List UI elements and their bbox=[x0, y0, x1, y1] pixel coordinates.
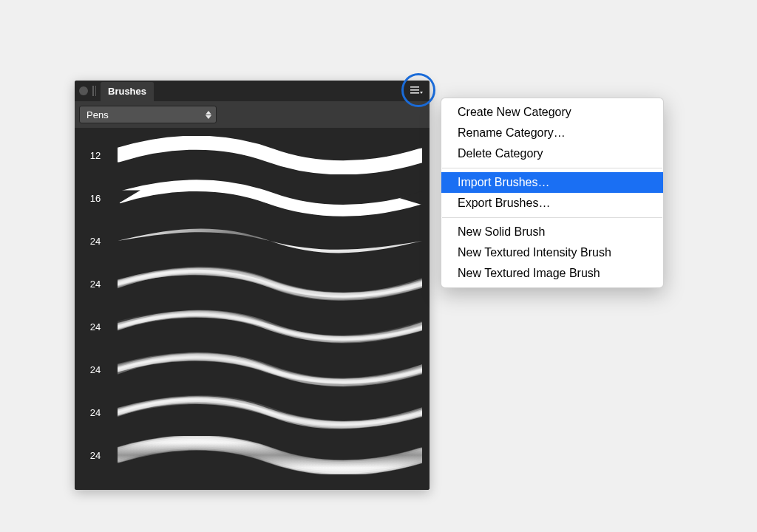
brush-size-label: 12 bbox=[82, 150, 109, 161]
brush-preview bbox=[118, 134, 422, 177]
brush-size-label: 24 bbox=[82, 321, 109, 332]
svg-rect-2 bbox=[410, 92, 419, 94]
menu-item[interactable]: Import Brushes… bbox=[441, 172, 663, 193]
panel-context-menu: Create New CategoryRename Category…Delet… bbox=[441, 98, 664, 288]
menu-item[interactable]: Rename Category… bbox=[441, 123, 663, 143]
brush-list: 1216242424242424 bbox=[75, 128, 430, 490]
menu-item[interactable]: Delete Category bbox=[441, 143, 663, 164]
category-row: Pens bbox=[75, 101, 430, 128]
brush-row[interactable]: 16 bbox=[82, 177, 422, 219]
brush-preview bbox=[118, 262, 422, 305]
brush-size-label: 24 bbox=[82, 236, 109, 247]
panel-titlebar: Brushes bbox=[75, 81, 430, 101]
brush-row[interactable]: 24 bbox=[82, 391, 422, 434]
svg-rect-0 bbox=[410, 86, 419, 88]
close-icon[interactable] bbox=[79, 86, 88, 95]
brushes-panel: Brushes Pens 1216242424242424 bbox=[75, 81, 430, 490]
menu-item[interactable]: Create New Category bbox=[441, 102, 663, 123]
menu-item[interactable]: New Textured Intensity Brush bbox=[441, 242, 663, 263]
brush-size-label: 16 bbox=[82, 193, 109, 204]
brush-preview bbox=[118, 305, 422, 348]
brush-row[interactable]: 12 bbox=[82, 134, 422, 177]
panel-menu-button[interactable] bbox=[409, 83, 425, 99]
category-dropdown-label: Pens bbox=[86, 109, 109, 120]
page-root: Brushes Pens 1216242424242424 bbox=[0, 0, 757, 532]
brush-preview bbox=[118, 391, 422, 434]
brush-row[interactable]: 24 bbox=[82, 348, 422, 391]
menu-lines-icon bbox=[410, 86, 424, 96]
brush-preview bbox=[118, 177, 422, 219]
menu-separator bbox=[442, 168, 662, 168]
brush-preview bbox=[118, 434, 422, 477]
brush-size-label: 24 bbox=[82, 279, 109, 290]
brush-row[interactable]: 24 bbox=[82, 434, 422, 477]
tab-brushes[interactable]: Brushes bbox=[101, 82, 154, 101]
category-dropdown[interactable]: Pens bbox=[79, 106, 217, 123]
brush-preview bbox=[118, 348, 422, 391]
drag-handle-icon[interactable] bbox=[92, 86, 96, 96]
brush-size-label: 24 bbox=[82, 364, 109, 375]
brush-preview bbox=[118, 219, 422, 262]
brush-size-label: 24 bbox=[82, 450, 109, 461]
brush-row[interactable]: 24 bbox=[82, 219, 422, 262]
menu-item[interactable]: New Textured Image Brush bbox=[441, 263, 663, 284]
stepper-icon bbox=[206, 111, 211, 119]
menu-item[interactable]: New Solid Brush bbox=[441, 222, 663, 242]
menu-item[interactable]: Export Brushes… bbox=[441, 193, 663, 214]
svg-rect-1 bbox=[410, 89, 419, 91]
brush-row[interactable]: 24 bbox=[82, 262, 422, 305]
brush-size-label: 24 bbox=[82, 407, 109, 418]
menu-separator bbox=[442, 217, 662, 218]
brush-row[interactable]: 24 bbox=[82, 305, 422, 348]
